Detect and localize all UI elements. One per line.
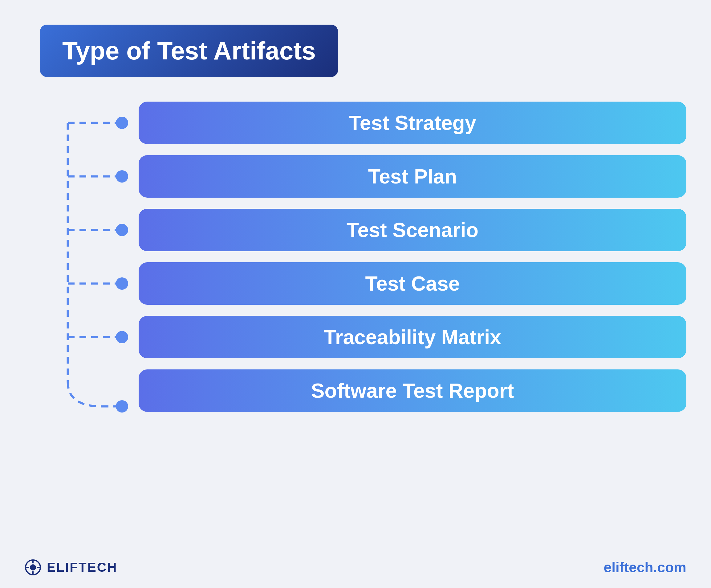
item-test-case: Test Case (138, 262, 686, 305)
page-title: Type of Test Artifacts (62, 36, 316, 65)
item-test-plan: Test Plan (138, 155, 686, 198)
item-test-scenario: Test Scenario (138, 209, 686, 251)
dot-3 (116, 224, 128, 236)
dot-5 (116, 331, 128, 343)
connector-column (40, 101, 138, 417)
main-container: Type of Test Artifacts (25, 25, 686, 563)
items-column: Test Strategy Test Plan Test Scenario Te… (138, 101, 686, 412)
item-software-test-report: Software Test Report (138, 369, 686, 412)
title-box: Type of Test Artifacts (40, 25, 338, 77)
logo-area: ELIFTECH (25, 559, 117, 576)
dot-6 (116, 400, 128, 412)
connector-svg (40, 101, 138, 415)
item-test-strategy: Test Strategy (138, 101, 686, 144)
item-traceability-matrix: Traceability Matrix (138, 316, 686, 358)
footer: ELIFTECH eliftech.com (25, 559, 686, 576)
dot-4 (116, 277, 128, 290)
svg-point-8 (30, 564, 36, 570)
diagram-area: Test Strategy Test Plan Test Scenario Te… (40, 101, 686, 417)
logo-text: ELIFTECH (47, 560, 117, 575)
dot-2 (116, 170, 128, 183)
eliftech-logo-icon (25, 559, 41, 576)
website-link: eliftech.com (604, 559, 686, 576)
dot-1 (116, 117, 128, 129)
